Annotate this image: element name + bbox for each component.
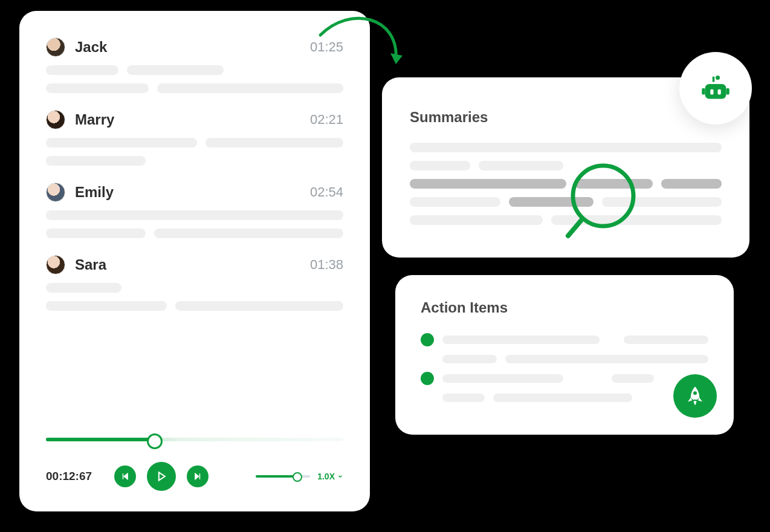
bullet-icon [421, 372, 434, 385]
speaker-time: 01:38 [310, 257, 343, 273]
speaker-row: Emily 02:54 [46, 183, 343, 202]
svg-point-8 [716, 76, 720, 80]
summaries-card: Summaries [382, 77, 749, 258]
action-item [421, 333, 708, 346]
progress-knob[interactable] [147, 433, 163, 449]
speed-value: 1.0X [317, 472, 335, 481]
svg-rect-6 [705, 84, 726, 99]
svg-marker-3 [195, 473, 199, 479]
transcript-card: Jack 01:25 Marry 02:21 Emily 02:5 [19, 11, 370, 511]
speaker-name: Emily [75, 184, 114, 201]
svg-point-15 [693, 391, 697, 395]
avatar [46, 183, 65, 202]
speed-knob[interactable] [293, 472, 302, 482]
play-icon [155, 470, 167, 482]
skip-forward-icon [193, 472, 202, 481]
speaker-name: Jack [75, 39, 107, 56]
transcript-lines [46, 210, 343, 238]
svg-rect-10 [726, 88, 730, 95]
arrow-icon [308, 11, 417, 83]
magnifier-icon [563, 162, 648, 247]
action-items-title: Action Items [421, 299, 708, 316]
action-item [421, 372, 708, 385]
progress-bar[interactable] [46, 430, 343, 449]
next-button[interactable] [187, 465, 209, 487]
avatar [46, 37, 65, 57]
speaker-row: Jack 01:25 [46, 37, 343, 57]
avatar [46, 255, 65, 274]
svg-rect-12 [718, 89, 721, 95]
speaker-row: Sara 01:38 [46, 255, 343, 274]
transcript-lines [46, 65, 343, 93]
svg-line-14 [568, 220, 581, 236]
ai-bot-badge [679, 52, 752, 125]
speaker-name: Sara [75, 256, 106, 273]
svg-marker-5 [390, 53, 403, 64]
rocket-badge[interactable] [673, 374, 717, 418]
audio-player: 00:12:67 1.0X [46, 430, 343, 491]
svg-rect-9 [702, 88, 705, 95]
summaries-title: Summaries [410, 109, 722, 126]
elapsed-time: 00:12:67 [46, 470, 103, 483]
speed-dropdown[interactable]: 1.0X [317, 472, 343, 481]
speaker-time: 02:54 [310, 184, 343, 200]
robot-icon [699, 71, 733, 105]
speaker-time: 02:21 [310, 112, 343, 128]
previous-button[interactable] [114, 465, 136, 487]
speed-slider[interactable] [256, 475, 310, 478]
action-items-card: Action Items [395, 275, 734, 435]
svg-marker-0 [124, 473, 128, 479]
avatar [46, 110, 65, 129]
svg-rect-11 [710, 89, 713, 95]
svg-marker-2 [159, 472, 165, 480]
skip-back-icon [121, 472, 129, 481]
svg-rect-7 [713, 77, 715, 82]
transcript-lines [46, 138, 343, 166]
rocket-icon [684, 384, 707, 407]
bullet-icon [421, 333, 434, 346]
speaker-row: Marry 02:21 [46, 110, 343, 129]
svg-point-13 [573, 166, 633, 226]
speaker-name: Marry [75, 111, 114, 128]
transcript-lines [46, 283, 343, 311]
chevron-down-icon [337, 473, 343, 479]
play-button[interactable] [147, 462, 176, 491]
